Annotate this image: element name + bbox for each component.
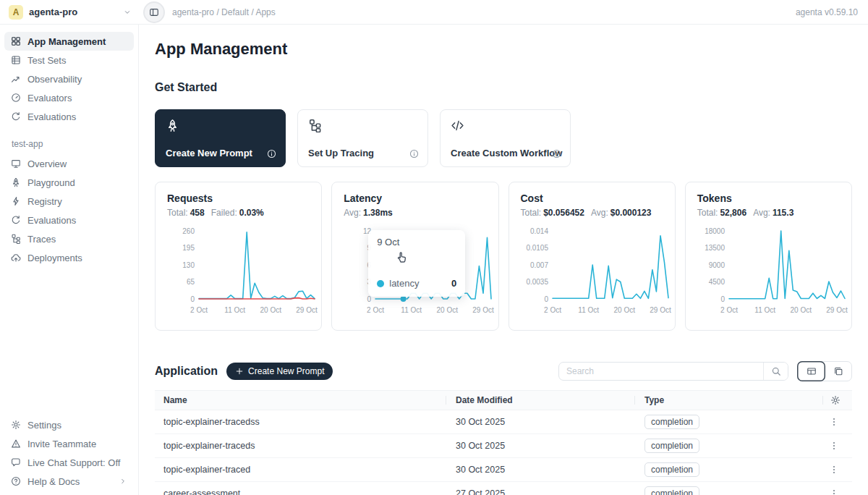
sidebar-item-label: Evaluations <box>27 215 76 226</box>
info-icon[interactable] <box>409 149 419 158</box>
workspace-switcher[interactable]: A agenta-pro <box>0 5 139 20</box>
sidebar-item-invite-teammate[interactable]: Invite Teammate <box>4 434 134 453</box>
button-label: Create New Prompt <box>248 366 324 376</box>
table-row[interactable]: topic-explainer-traceds 30 Oct 2025 comp… <box>155 434 852 458</box>
search-input[interactable] <box>559 363 763 380</box>
chart-title: Latency <box>344 192 498 204</box>
svg-text:29 Oct: 29 Oct <box>473 306 495 314</box>
search-button[interactable] <box>763 363 788 380</box>
row-actions-cell <box>822 458 852 481</box>
app-type-cell: completion <box>634 482 822 495</box>
svg-text:11 Oct: 11 Oct <box>754 306 775 314</box>
sidebar-item-app-evaluations[interactable]: Evaluations <box>4 211 134 229</box>
table-header: Name Date Modified Type <box>155 390 852 410</box>
sidebar-item-traces[interactable]: Traces <box>4 229 134 248</box>
tokens-sparkline[interactable]: 18000135009000450002 Oct11 Oct20 Oct29 O… <box>697 224 851 319</box>
create-new-prompt-button[interactable]: Create New Prompt <box>226 363 333 380</box>
row-actions-button[interactable] <box>827 463 841 476</box>
sidebar: App Management Test Sets Observability E… <box>0 25 139 495</box>
svg-text:65: 65 <box>187 278 195 286</box>
sidebar-item-label: Overview <box>27 158 67 169</box>
table-row[interactable]: career-assessment 27 Oct 2025 completion <box>155 482 852 495</box>
svg-text:0.0035: 0.0035 <box>526 278 548 286</box>
app-name: topic-explainer-tracedss <box>155 410 446 433</box>
requests-sparkline[interactable]: 2601951306502 Oct11 Oct20 Oct29 Oct <box>167 224 320 319</box>
sidebar-collapse-button[interactable] <box>145 3 163 22</box>
chevron-right-icon <box>119 477 127 486</box>
table-row[interactable]: topic-explainer-tracedss 30 Oct 2025 com… <box>155 410 852 434</box>
line-chart-icon <box>11 74 21 84</box>
create-new-prompt-card[interactable]: Create New Prompt <box>155 109 286 167</box>
chart-title: Tokens <box>697 192 851 204</box>
app-name: career-assessment <box>155 482 446 495</box>
row-actions-button[interactable] <box>827 415 841 428</box>
sidebar-item-test-sets[interactable]: Test Sets <box>4 51 134 69</box>
card-label: Set Up Tracing <box>308 148 374 158</box>
chart-stats: Avg:1.38ms <box>344 208 498 218</box>
sidebar-item-evaluators[interactable]: Evaluators <box>4 88 134 107</box>
sidebar-item-observability[interactable]: Observability <box>4 69 134 88</box>
tooltip-series-row: latency 0 <box>377 278 456 289</box>
sidebar-item-label: Observability <box>27 74 82 85</box>
sidebar-item-playground[interactable]: Playground <box>4 173 134 192</box>
sidebar-item-deployments[interactable]: Deployments <box>4 248 134 267</box>
table-view-icon <box>807 366 817 376</box>
gear-icon[interactable] <box>830 395 841 405</box>
sidebar-item-label: Evaluators <box>27 93 72 103</box>
svg-text:2 Oct: 2 Oct <box>720 306 738 314</box>
sidebar-item-evaluations[interactable]: Evaluations <box>4 107 134 126</box>
svg-text:130: 130 <box>182 261 195 269</box>
sidebar-item-label: Settings <box>27 420 61 431</box>
chart-stats: Total:$0.056452Avg:$0.000123 <box>521 208 675 218</box>
sidebar-item-overview[interactable]: Overview <box>4 154 134 173</box>
card-view-icon <box>833 366 843 376</box>
sidebar-item-label: Evaluations <box>27 111 76 122</box>
sidebar-item-label: Live Chat Support: Off <box>27 457 120 468</box>
svg-text:20 Oct: 20 Oct <box>260 306 282 314</box>
code-icon <box>451 119 464 132</box>
main-content: App Management Get Started Create New Pr… <box>139 25 868 495</box>
chart-title: Cost <box>521 192 675 204</box>
chart-stats: Total:458Failed:0.03% <box>167 208 321 218</box>
chevron-down-icon[interactable] <box>123 8 132 17</box>
search-icon <box>771 366 781 376</box>
svg-text:11 Oct: 11 Oct <box>578 306 599 314</box>
search-box <box>558 362 788 381</box>
svg-text:0: 0 <box>544 295 548 303</box>
svg-text:20 Oct: 20 Oct <box>790 306 812 314</box>
create-custom-workflow-card[interactable]: Create Custom Workflow <box>440 109 571 167</box>
sidebar-item-live-chat-support[interactable]: Live Chat Support: Off <box>4 453 134 472</box>
sidebar-item-settings[interactable]: Settings <box>4 415 134 434</box>
svg-text:0: 0 <box>720 295 725 303</box>
app-type-cell: completion <box>634 410 822 433</box>
row-actions-button[interactable] <box>827 487 841 495</box>
sidebar-item-app-management[interactable]: App Management <box>4 32 134 51</box>
breadcrumb[interactable]: agenta-pro / Default / Apps <box>172 7 276 17</box>
cost-sparkline[interactable]: 0.0140.01050.0070.003502 Oct11 Oct20 Oct… <box>521 224 674 319</box>
chart-stats: Total:52,806Avg:115.3 <box>697 208 851 218</box>
monitor-icon <box>11 158 21 169</box>
sidebar-item-label: App Management <box>27 36 106 47</box>
set-up-tracing-card[interactable]: Set Up Tracing <box>297 109 428 167</box>
application-heading: Application <box>155 365 218 378</box>
info-icon[interactable] <box>267 149 276 158</box>
row-actions-button[interactable] <box>827 439 841 452</box>
type-badge: completion <box>644 415 699 429</box>
sidebar-item-registry[interactable]: Registry <box>4 192 134 211</box>
info-icon[interactable] <box>552 149 561 158</box>
dots-vertical-icon <box>829 488 839 495</box>
card-view-option[interactable] <box>824 361 852 381</box>
sidebar-item-help-docs[interactable]: Help & Docs <box>4 472 134 491</box>
column-header-name: Name <box>155 391 446 410</box>
type-badge: completion <box>644 462 699 477</box>
svg-text:9000: 9000 <box>709 261 726 269</box>
get-started-cards: Create New Prompt Set Up Tracing Create … <box>155 109 852 167</box>
view-mode-toggle <box>797 361 852 381</box>
dots-vertical-icon <box>829 465 839 475</box>
table-row[interactable]: topic-explainer-traced 30 Oct 2025 compl… <box>155 458 852 482</box>
row-actions-cell <box>822 434 852 457</box>
column-header-date-modified: Date Modified <box>446 391 634 410</box>
bolt-icon <box>11 196 21 206</box>
table-view-option[interactable] <box>797 361 825 381</box>
svg-text:13500: 13500 <box>705 244 725 252</box>
